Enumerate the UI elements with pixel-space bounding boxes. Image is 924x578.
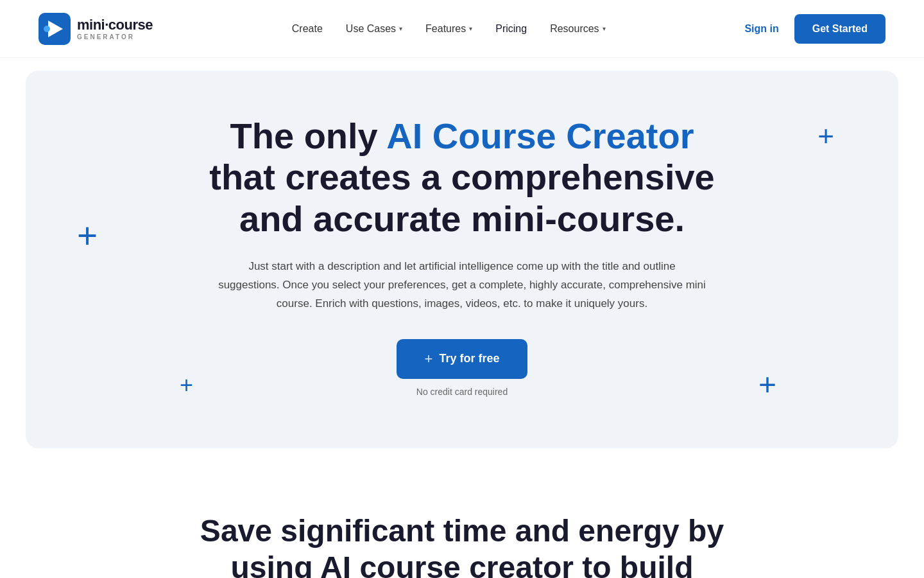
no-credit-text: No credit card required [416, 387, 508, 397]
logo-sub: GENERATOR [77, 33, 153, 40]
hero-section: + + + + The only AI Course Creator that … [26, 71, 898, 448]
logo-icon [38, 13, 71, 45]
try-free-button[interactable]: + Try for free [397, 339, 528, 379]
hero-cta-area: + Try for free No credit card required [64, 339, 860, 397]
chevron-down-icon: ▾ [399, 25, 402, 32]
get-started-button[interactable]: Get Started [794, 14, 886, 44]
chevron-down-icon: ▾ [603, 25, 606, 32]
nav-link-features[interactable]: Features ▾ [425, 23, 472, 35]
navbar: mini·course GENERATOR Create Use Cases ▾… [0, 0, 924, 58]
svg-point-2 [44, 26, 50, 32]
decorative-plus-top-right: + [817, 122, 834, 150]
below-hero-section: Save significant time and energy by usin… [0, 461, 924, 578]
nav-link-use-cases[interactable]: Use Cases ▾ [346, 23, 402, 35]
hero-description: Just start with a description and let ar… [218, 258, 706, 313]
logo-name: mini·course [77, 17, 153, 33]
nav-link-create[interactable]: Create [292, 23, 323, 35]
nav-link-resources[interactable]: Resources ▾ [550, 23, 605, 35]
nav-actions: Sign in Get Started [744, 14, 886, 44]
logo-text: mini·course GENERATOR [77, 17, 153, 40]
hero-title: The only AI Course Creator that creates … [199, 116, 725, 240]
decorative-plus-left-mid: + [77, 218, 98, 254]
below-hero-title: Save significant time and energy by usin… [199, 512, 725, 578]
nav-links: Create Use Cases ▾ Features ▾ Pricing Re… [292, 23, 606, 35]
plus-icon: + [425, 351, 433, 367]
chevron-down-icon: ▾ [469, 25, 472, 32]
nav-link-pricing[interactable]: Pricing [495, 23, 527, 35]
logo[interactable]: mini·course GENERATOR [38, 13, 153, 45]
sign-in-button[interactable]: Sign in [744, 23, 778, 35]
